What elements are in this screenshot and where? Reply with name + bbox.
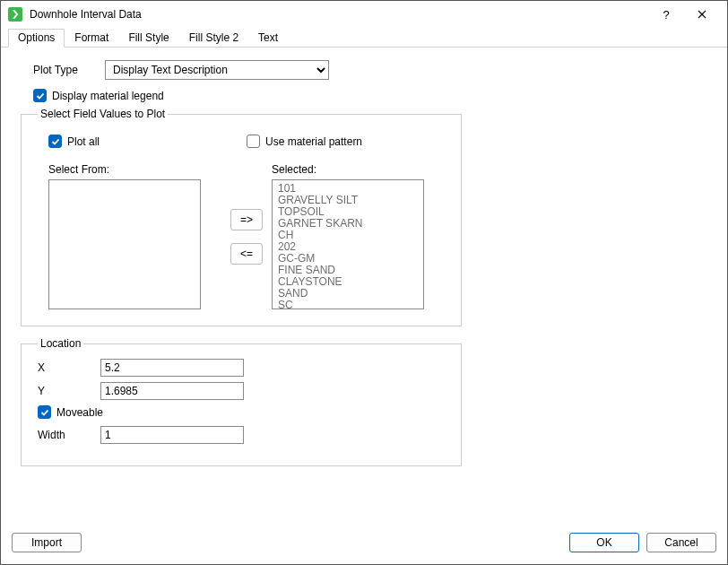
checkbox-icon bbox=[48, 135, 62, 148]
list-item[interactable]: SAND bbox=[278, 288, 418, 300]
select-from-list[interactable] bbox=[48, 179, 201, 309]
tab-format[interactable]: Format bbox=[65, 29, 118, 48]
window-title: Downhole Interval Data bbox=[30, 8, 648, 21]
tab-bar: Options Format Fill Style Fill Style 2 T… bbox=[1, 28, 727, 48]
selected-label: Selected: bbox=[272, 163, 445, 176]
checkbox-icon bbox=[247, 135, 260, 148]
plot-type-label: Plot Type bbox=[33, 64, 105, 76]
location-legend: Location bbox=[38, 337, 83, 350]
plot-all-label: Plot all bbox=[67, 135, 100, 148]
location-group: Location X Y Moveable Width bbox=[21, 337, 462, 466]
help-button[interactable]: ? bbox=[648, 2, 684, 27]
dialog-footer: Import OK Cancel bbox=[1, 528, 727, 564]
titlebar: Downhole Interval Data ? bbox=[1, 1, 727, 28]
moveable-checkbox[interactable]: Moveable bbox=[38, 405, 103, 419]
field-values-legend: Select Field Values to Plot bbox=[38, 108, 168, 120]
tab-text[interactable]: Text bbox=[248, 29, 288, 48]
list-item[interactable]: CH bbox=[278, 230, 418, 241]
tab-fill-style-2[interactable]: Fill Style 2 bbox=[179, 29, 248, 48]
plot-type-select[interactable]: Display Text Description bbox=[105, 60, 329, 80]
y-input[interactable] bbox=[100, 382, 244, 400]
move-right-button[interactable]: => bbox=[230, 209, 263, 230]
x-input[interactable] bbox=[100, 359, 244, 377]
cancel-button[interactable]: Cancel bbox=[646, 533, 716, 552]
move-left-button[interactable]: <= bbox=[230, 243, 263, 265]
plot-all-checkbox[interactable]: Plot all bbox=[48, 135, 100, 148]
list-item[interactable]: GARNET SKARN bbox=[278, 218, 418, 230]
checkbox-icon bbox=[33, 89, 47, 102]
selected-list[interactable]: 101GRAVELLY SILTTOPSOILGARNET SKARNCH202… bbox=[272, 179, 424, 309]
width-label: Width bbox=[38, 429, 100, 441]
checkbox-icon bbox=[38, 405, 51, 419]
width-input[interactable] bbox=[100, 426, 244, 444]
dialog-body: Plot Type Display Text Description Displ… bbox=[1, 48, 727, 528]
y-label: Y bbox=[38, 385, 100, 397]
use-pattern-checkbox[interactable]: Use material pattern bbox=[247, 135, 362, 148]
moveable-label: Moveable bbox=[56, 406, 103, 419]
use-pattern-label: Use material pattern bbox=[265, 135, 362, 148]
dialog-window: Downhole Interval Data ? Options Format … bbox=[0, 0, 728, 565]
display-legend-checkbox[interactable]: Display material legend bbox=[33, 89, 164, 102]
select-from-label: Select From: bbox=[48, 163, 221, 176]
field-values-group: Select Field Values to Plot Plot all Use… bbox=[21, 108, 462, 326]
import-button[interactable]: Import bbox=[12, 533, 82, 552]
x-label: X bbox=[38, 361, 100, 374]
display-legend-label: Display material legend bbox=[52, 90, 164, 102]
tab-options[interactable]: Options bbox=[8, 29, 65, 48]
close-button[interactable] bbox=[684, 2, 720, 27]
tab-fill-style[interactable]: Fill Style bbox=[118, 29, 178, 48]
list-item[interactable]: SC bbox=[278, 300, 418, 309]
app-icon bbox=[8, 7, 22, 22]
ok-button[interactable]: OK bbox=[569, 533, 639, 552]
